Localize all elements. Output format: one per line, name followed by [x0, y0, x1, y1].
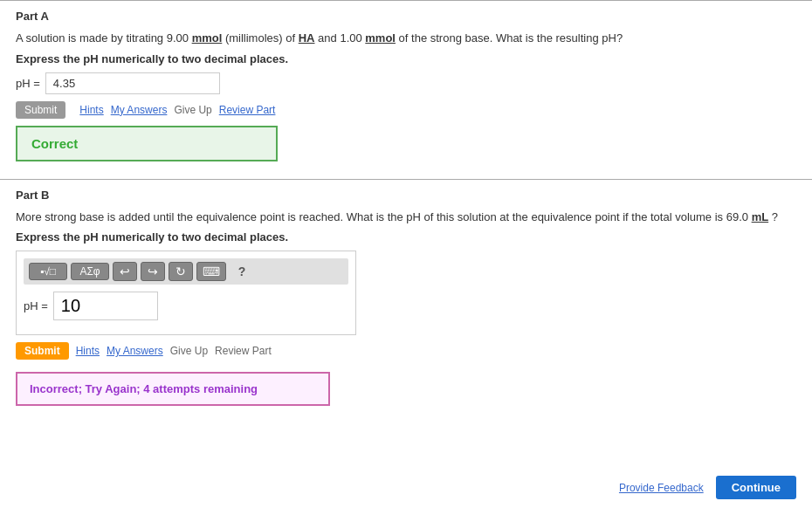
part-b-section: Part B More strong base is added until t… — [0, 180, 812, 421]
keyboard-button[interactable]: ⌨ — [196, 262, 226, 281]
provide-feedback-link[interactable]: Provide Feedback — [619, 482, 704, 494]
part-a-express: Express the pH numerically to two decima… — [16, 52, 796, 65]
part-b-toolbar: ▪√□ ΑΣφ ↩ ↪ ↻ ⌨ ? — [24, 258, 348, 285]
undo-button[interactable]: ↩ — [113, 262, 137, 281]
part-a-ph-input[interactable] — [45, 72, 220, 94]
part-b-review-part-label: Review Part — [215, 345, 272, 357]
bottom-bar: Provide Feedback Continue — [619, 476, 796, 499]
part-a-submit-button[interactable]: Submit — [16, 101, 65, 119]
part-a-review-part-link[interactable]: Review Part — [219, 104, 276, 116]
keyboard-icon: ⌨ — [203, 264, 220, 278]
part-a-action-row: Submit Hints My Answers Give Up Review P… — [16, 101, 796, 119]
part-a-section: Part A A solution is made by titrating 9… — [0, 1, 812, 179]
part-a-label: Part A — [16, 10, 796, 23]
continue-button[interactable]: Continue — [716, 476, 796, 499]
help-button[interactable]: ? — [230, 263, 254, 280]
part-a-my-answers-link[interactable]: My Answers — [111, 104, 168, 116]
part-a-question: A solution is made by titrating 9.00 mmo… — [16, 30, 796, 47]
part-b-submit-button[interactable]: Submit — [16, 342, 69, 360]
refresh-button[interactable]: ↻ — [169, 262, 193, 281]
part-a-give-up-label: Give Up — [174, 104, 211, 116]
part-b-hints-link[interactable]: Hints — [76, 345, 100, 357]
part-b-give-up-label: Give Up — [170, 345, 208, 357]
part-b-express: Express the pH numerically to two decima… — [16, 230, 796, 244]
part-b-math-area: ▪√□ ΑΣφ ↩ ↪ ↻ ⌨ ? pH = — [16, 251, 356, 335]
part-b-action-row: Submit Hints My Answers Give Up Review P… — [16, 342, 796, 360]
part-b-ph-label: pH = — [24, 299, 48, 312]
part-a-correct-banner: Correct — [16, 126, 278, 161]
part-b-my-answers-link[interactable]: My Answers — [107, 345, 163, 357]
part-b-input-row: pH = — [24, 292, 348, 320]
part-b-incorrect-banner: Incorrect; Try Again; 4 attempts remaini… — [16, 372, 330, 406]
part-b-label: Part B — [16, 189, 796, 202]
fractions-button[interactable]: ▪√□ — [29, 263, 67, 280]
part-a-ph-label: pH = — [16, 77, 40, 90]
part-b-unit: mL — [752, 210, 769, 223]
part-b-ph-input[interactable] — [53, 292, 158, 320]
part-a-input-row: pH = — [16, 72, 796, 94]
part-a-hints-link[interactable]: Hints — [79, 104, 103, 116]
fractions-icon: ▪√□ — [40, 265, 56, 278]
part-b-question: More strong base is added until the equi… — [16, 209, 796, 226]
greek-button[interactable]: ΑΣφ — [71, 263, 109, 280]
redo-button[interactable]: ↪ — [141, 262, 165, 281]
